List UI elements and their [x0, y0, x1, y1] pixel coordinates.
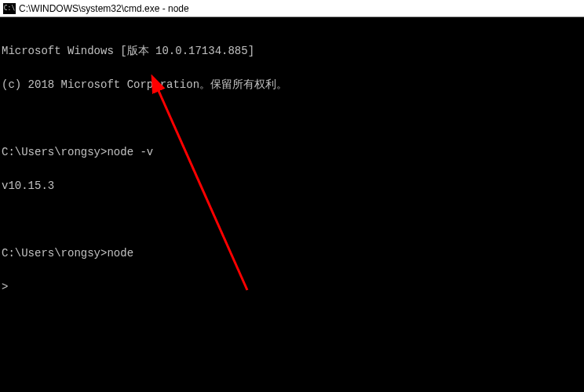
terminal-line: v10.15.3: [2, 180, 582, 192]
terminal-content[interactable]: Microsoft Windows [版本 10.0.17134.885] (c…: [0, 17, 584, 310]
window-titlebar[interactable]: C:\WINDOWS\system32\cmd.exe - node: [0, 0, 584, 17]
terminal-line: [2, 113, 582, 125]
window-title: C:\WINDOWS\system32\cmd.exe - node: [19, 3, 189, 14]
terminal-line: [2, 214, 582, 226]
terminal-line: C:\Users\rongsy>node: [2, 248, 582, 260]
terminal-line: Microsoft Windows [版本 10.0.17134.885]: [2, 45, 582, 57]
terminal-line: >: [2, 281, 582, 293]
terminal-line: (c) 2018 Microsoft Corporation。保留所有权利。: [2, 79, 582, 91]
terminal-line: C:\Users\rongsy>node -v: [2, 147, 582, 158]
cmd-icon: [3, 3, 16, 14]
